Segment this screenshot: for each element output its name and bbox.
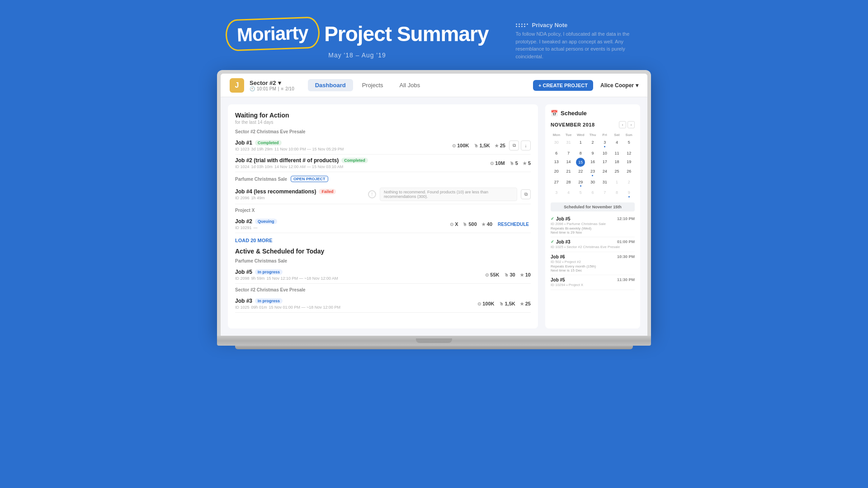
cal-day[interactable]: 5 [575,188,586,199]
cal-day[interactable]: 8 [575,149,586,158]
tab-dashboard[interactable]: Dashboard [308,79,353,91]
warning-icon: ! [368,190,376,198]
cal-day[interactable]: 14 [563,158,575,167]
cal-day[interactable]: 8 [611,188,623,199]
cal-day[interactable]: 2 [623,178,635,188]
cal-day[interactable]: 4 [563,188,575,199]
create-project-button[interactable]: + CREATE PROJECT [533,80,593,91]
scheduled-job-name: Job #6 [551,254,565,259]
status-badge: Completed [255,140,282,145]
scheduled-detail: ID 10294 • Project X [551,283,635,287]
load-more-button[interactable]: LOAD 20 MORE [235,238,531,243]
job-name: Job #5 [235,269,252,275]
scheduled-time: 12:10 PM [617,216,635,221]
day-header: Sun [623,132,635,138]
job-meta: ID 1025 09h 01m 15 Nov 01:00 PM — ~18 No… [235,305,474,310]
cal-day[interactable]: 31 [563,138,575,149]
calendar-next-button[interactable]: › [627,121,635,128]
tab-projects[interactable]: Projects [355,79,391,91]
sector-meta: 🕙 10:01 PM | ≡ 2/10 [250,86,294,91]
scheduled-detail: ID 1025 • Sector #2 Christmas Eve Presal… [551,245,635,249]
cal-day[interactable]: 19 [623,158,635,167]
cal-day[interactable]: 6 [551,149,562,158]
status-badge: Completed [341,158,368,163]
cal-day[interactable]: 2 [587,138,599,149]
job-meta: ID 1024 1d 03h 10m 14 Nov 12:00 AM — 15 … [235,164,486,169]
reschedule-button[interactable]: RESCHEDULE [496,222,531,227]
user-chevron-icon: ▾ [636,82,638,89]
waiting-subtitle: for the last 14 days [235,120,531,125]
job-info: Job #1 Completed ID 1023 3d 19h 29m 11 N… [235,140,448,151]
cal-day[interactable]: 12 [623,149,635,158]
calendar-icon: 📅 [551,110,558,117]
title-block: Moriarty Project Summary May '18 – Aug '… [226,18,488,59]
sector-name[interactable]: Sector #2 ▾ [250,80,294,86]
external-link-button[interactable]: ⧉ [521,189,531,199]
download-button[interactable]: ↓ [521,141,531,150]
job-name: Job #1 [235,140,252,146]
cal-day[interactable]: 17 [599,158,611,167]
cal-day[interactable]: 7 [599,188,611,199]
cal-day[interactable]: 9 [623,188,635,199]
cal-day[interactable]: 9 [587,149,599,158]
check-icon: ✓ [551,216,554,221]
right-panel: 📅 Schedule NOVEMBER 2018 ‹ › [545,104,640,328]
cal-day[interactable]: 25 [611,167,623,178]
user-menu[interactable]: Alice Cooper ▾ [600,82,638,89]
cal-day[interactable]: 23 [587,167,599,178]
cal-day[interactable]: 30 [587,178,599,188]
cal-day[interactable]: 4 [611,138,623,149]
table-row: Job #1 Completed ID 1023 3d 19h 29m 11 N… [235,137,531,155]
job-info: Job #4 (less recommendations) Failed ID … [235,188,364,200]
check-icon: ✓ [551,239,554,244]
cal-day[interactable]: 10 [599,149,611,158]
cal-day[interactable]: 11 [611,149,623,158]
open-project-tag[interactable]: OPEN PROJECT [291,176,328,182]
group-sector2-xmas: Sector #2 Christmas Eve Presale [235,129,531,134]
job-name: Job #4 (less recommendations) [235,188,316,195]
cal-day[interactable]: 30 [551,138,562,149]
cal-day[interactable]: 1 [575,138,586,149]
status-badge: In progress [255,298,283,304]
privacy-note-title: Privacy Note [516,22,642,28]
cal-day[interactable]: 22 [575,167,586,178]
day-header: Thu [587,132,599,138]
project-summary-label: Project Summary [324,22,488,46]
cal-day[interactable]: 29 [575,178,586,188]
cal-day[interactable]: 7 [563,149,575,158]
table-row: Job #3 In progress ID 1025 09h 01m 15 No… [235,295,531,313]
jobs-icon: ≡ [281,86,283,91]
cal-day[interactable]: 20 [551,167,562,178]
job-meta: ID 2096 1h 49m [235,196,364,200]
list-item: Job #5 11:30 PM ID 10294 • Project X [551,275,635,290]
day-header: Wed [575,132,586,138]
cal-day[interactable]: 31 [599,178,611,188]
scheduled-time: 01:00 PM [617,239,635,244]
cal-day[interactable]: 1 [611,178,623,188]
calendar-prev-button[interactable]: ‹ [619,121,626,128]
job-stats: ⊙10M 🖱5 ★5 [490,160,531,166]
cal-day[interactable]: 13 [551,158,562,167]
cal-day[interactable]: 27 [551,178,562,188]
failed-message: Nothing to recommend. Found products (10… [380,188,517,201]
cal-day[interactable]: 3 [551,188,562,199]
cal-day-today[interactable]: 15 [576,158,585,167]
cal-day[interactable]: 16 [587,158,599,167]
page-header: Moriarty Project Summary May '18 – Aug '… [0,18,868,60]
laptop-bezel: J Sector #2 ▾ 🕙 10:01 PM | ≡ 2/10 [217,70,651,336]
cal-day[interactable]: 6 [587,188,599,199]
waiting-title: Waiting for Action [235,112,531,119]
cal-day[interactable]: 28 [563,178,575,188]
cal-day[interactable]: 26 [623,167,635,178]
tab-all-jobs[interactable]: All Jobs [392,79,428,91]
cal-day[interactable]: 24 [599,167,611,178]
cal-day[interactable]: 21 [563,167,575,178]
cal-day[interactable]: 18 [611,158,623,167]
external-link-button[interactable]: ⧉ [509,141,519,150]
day-header: Fri [599,132,611,138]
cal-day[interactable]: 5 [623,138,635,149]
job-stats: ⊙100K 🖱1,5K ★25 [477,301,531,306]
app-logo-letter: J [235,81,239,89]
cal-day[interactable]: 3 [599,138,611,149]
table-row: Job #4 (less recommendations) Failed ID … [235,185,531,204]
